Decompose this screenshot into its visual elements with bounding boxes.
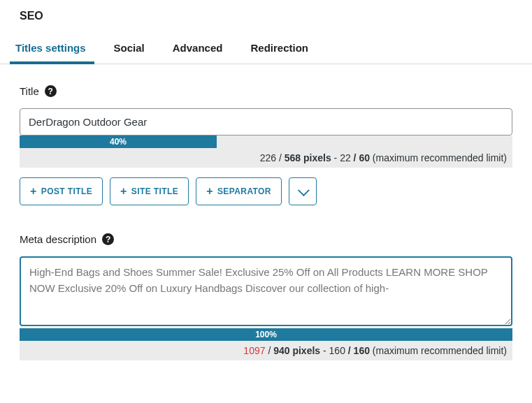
tab-advanced[interactable]: Advanced [171,35,224,64]
tabs: Titles settings Social Advanced Redirect… [0,35,532,64]
title-chars-max: 60 [359,152,370,163]
meta-label-text: Meta description [20,233,96,245]
title-progress-bar: 40% [20,135,217,148]
meta-progress: 100% [20,328,512,341]
sep: / [268,345,273,356]
tab-titles-settings[interactable]: Titles settings [14,35,87,64]
plus-icon: + [206,186,213,197]
help-icon[interactable]: ? [102,233,114,245]
meta-pixels-used: 1097 [243,345,265,356]
chevron-down-icon [298,184,310,196]
token-separator-label: SEPARATOR [217,186,271,196]
token-post-title-label: POST TITLE [41,186,92,196]
title-limit-suffix: (maximum recommended limit) [373,152,507,163]
meta-pixels-max: 940 pixels [273,345,320,356]
meta-progress-bar: 100% [20,328,512,340]
title-pixels-used: 226 [260,152,276,163]
meta-limit-suffix: (maximum recommended limit) [373,345,507,356]
tab-redirection[interactable]: Redirection [249,35,310,64]
title-section: Title ? 40% 226 / 568 pixels - 22 / 60 (… [0,64,532,205]
token-row: + POST TITLE + SITE TITLE + SEPARATOR [20,177,512,205]
title-limit-line: 226 / 568 pixels - 22 / 60 (maximum reco… [20,148,512,168]
plus-icon: + [30,186,37,197]
meta-chars-max: 160 [354,345,370,356]
help-icon[interactable]: ? [45,85,57,97]
meta-description-input[interactable] [20,256,512,326]
page-title: SEO [0,0,532,35]
meta-section: Meta description ? 100% 1097 / 940 pixel… [0,205,532,360]
meta-limit-line: 1097 / 940 pixels - 160 / 160 (maximum r… [20,341,512,360]
title-progress: 40% [20,135,512,148]
title-pixels-max: 568 pixels [285,152,331,163]
token-more-button[interactable] [289,177,317,205]
title-input[interactable] [20,108,512,135]
sep: / [279,152,285,163]
meta-chars-used: 160 [329,345,345,356]
dash: - [334,152,340,163]
title-label-text: Title [20,85,39,97]
token-site-title-label: SITE TITLE [131,186,178,196]
tab-social[interactable]: Social [113,35,146,64]
token-site-title[interactable]: + SITE TITLE [110,177,189,205]
dash: - [323,345,329,356]
title-label: Title ? [20,85,512,97]
meta-label: Meta description ? [20,233,512,245]
token-post-title[interactable]: + POST TITLE [20,177,103,205]
sep2: / [348,345,354,356]
title-chars-used: 22 [340,152,351,163]
token-separator[interactable]: + SEPARATOR [196,177,282,205]
plus-icon: + [120,186,127,197]
